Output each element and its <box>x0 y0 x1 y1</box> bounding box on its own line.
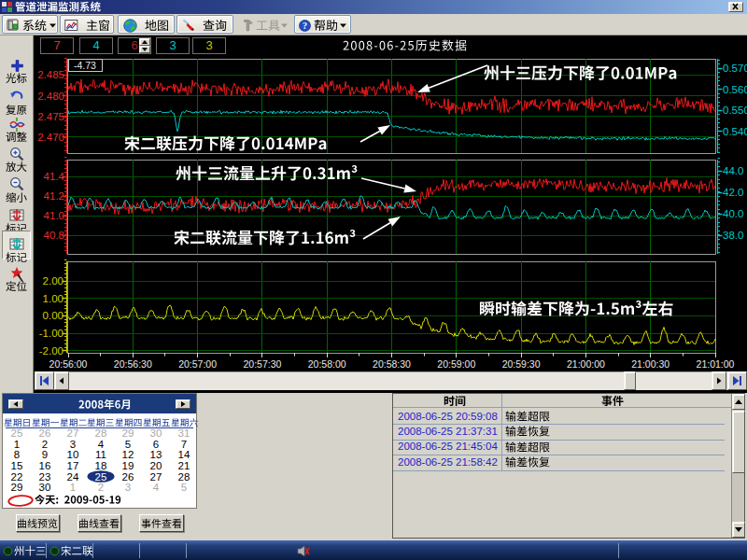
svg-text:21:00:00: 21:00:00 <box>567 358 605 370</box>
svg-text:20:58:00: 20:58:00 <box>308 358 346 370</box>
svg-text:20:56:00: 20:56:00 <box>49 358 88 370</box>
svg-text:2.00: 2.00 <box>43 275 63 287</box>
svg-text:21:00:30: 21:00:30 <box>631 358 669 370</box>
svg-text:20:57:30: 20:57:30 <box>243 358 281 370</box>
svg-text:21:01:00: 21:01:00 <box>697 358 735 370</box>
svg-text:0.550: 0.550 <box>723 105 747 116</box>
svg-text:40.8: 40.8 <box>44 230 64 241</box>
svg-text:-1.00: -1.00 <box>39 328 63 339</box>
svg-text:41.0: 41.0 <box>44 210 64 221</box>
svg-text:38.0: 38.0 <box>723 230 743 241</box>
svg-text:2.485: 2.485 <box>37 69 64 80</box>
svg-text:44.0: 44.0 <box>723 165 743 176</box>
svg-text:1.00: 1.00 <box>43 293 63 304</box>
svg-text:20:56:30: 20:56:30 <box>114 358 152 370</box>
svg-text:-4.73: -4.73 <box>74 60 96 71</box>
svg-text:42.0: 42.0 <box>723 187 743 198</box>
svg-text:0.570: 0.570 <box>723 63 747 74</box>
svg-text:41.4: 41.4 <box>44 171 65 182</box>
svg-text:20:58:30: 20:58:30 <box>373 358 411 370</box>
svg-text:20:59:30: 20:59:30 <box>502 358 541 370</box>
svg-text:2.480: 2.480 <box>37 91 64 102</box>
svg-text:?: ? <box>303 21 307 31</box>
svg-text:2.475: 2.475 <box>37 111 64 122</box>
svg-text:20:57:00: 20:57:00 <box>178 358 217 370</box>
svg-text:0.00: 0.00 <box>43 310 63 321</box>
svg-text:40.0: 40.0 <box>723 208 743 219</box>
svg-text:2.470: 2.470 <box>37 132 64 143</box>
svg-text:0.540: 0.540 <box>723 126 747 137</box>
svg-text:20:59:00: 20:59:00 <box>437 358 475 370</box>
svg-text:0.560: 0.560 <box>723 84 747 95</box>
svg-text:-2.00: -2.00 <box>39 345 63 357</box>
svg-text:41.2: 41.2 <box>44 190 64 202</box>
